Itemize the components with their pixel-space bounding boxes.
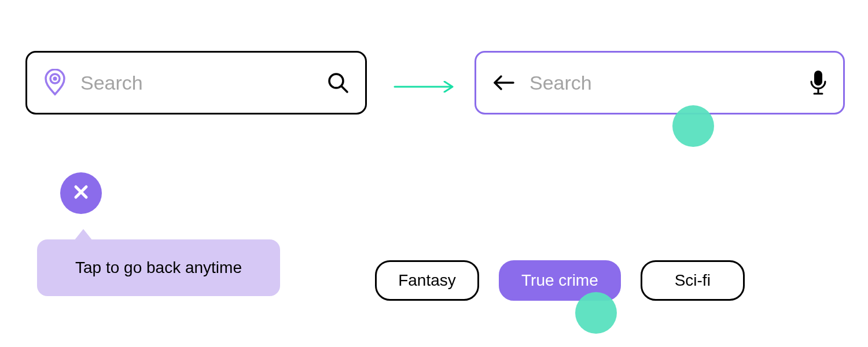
chip-label: Fantasy bbox=[398, 271, 456, 290]
tooltip-text: Tap to go back anytime bbox=[75, 259, 242, 277]
search-icon[interactable] bbox=[326, 71, 350, 94]
search-bar-default[interactable] bbox=[25, 51, 367, 115]
close-icon bbox=[73, 184, 89, 202]
chip-label: Sci-fi bbox=[675, 271, 711, 290]
svg-line-3 bbox=[341, 86, 347, 92]
touch-indicator-icon bbox=[672, 105, 714, 147]
microphone-icon[interactable] bbox=[810, 70, 827, 95]
touch-indicator-icon bbox=[575, 292, 617, 334]
chip-label: True crime bbox=[521, 271, 598, 290]
search-input-active[interactable] bbox=[529, 72, 810, 94]
svg-point-1 bbox=[53, 77, 57, 81]
back-tooltip: Tap to go back anytime bbox=[37, 239, 280, 296]
search-input-default[interactable] bbox=[80, 72, 326, 94]
category-chip-sci-fi[interactable]: Sci-fi bbox=[641, 260, 745, 301]
category-chip-group: Fantasy True crime Sci-fi bbox=[375, 260, 745, 301]
search-bar-active[interactable] bbox=[475, 51, 845, 115]
back-arrow-icon[interactable] bbox=[492, 75, 516, 91]
transition-arrow-icon bbox=[393, 81, 457, 93]
close-button[interactable] bbox=[60, 172, 102, 214]
category-chip-fantasy[interactable]: Fantasy bbox=[375, 260, 479, 301]
svg-rect-6 bbox=[814, 71, 822, 86]
location-pin-icon bbox=[43, 69, 67, 97]
